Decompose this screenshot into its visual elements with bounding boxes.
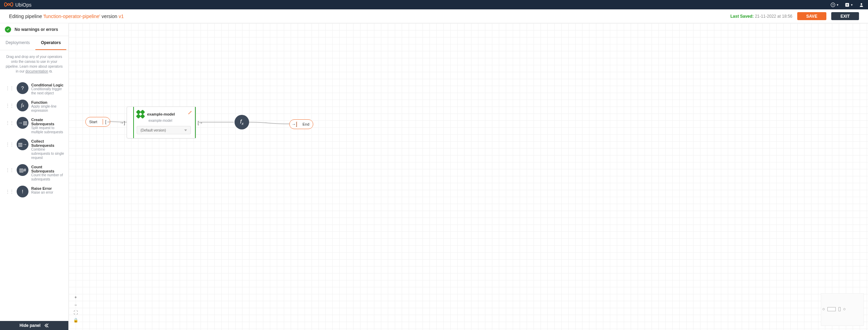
fx-icon: fx <box>17 100 28 111</box>
start-label: Start <box>86 120 101 124</box>
input-port-icon[interactable]: →] <box>120 120 125 125</box>
deployment-title: example-model <box>147 112 175 116</box>
collect-icon: ▥→ <box>17 138 28 150</box>
count-icon: ▥# <box>17 164 28 176</box>
save-button[interactable]: SAVE <box>797 12 826 20</box>
drag-handle-icon[interactable]: ⋮⋮ <box>6 142 14 147</box>
lock-button[interactable]: 🔒 <box>73 318 78 323</box>
zoom-in-button[interactable]: + <box>73 295 78 300</box>
error-icon: ! <box>17 186 28 197</box>
last-saved: Last Saved: 21-11-2022 at 18:56 <box>730 14 792 19</box>
operator-desc: Raise an error <box>31 191 65 195</box>
brand-mark-icon <box>4 2 13 8</box>
plus-square-icon <box>845 2 850 7</box>
last-saved-time: 21-11-2022 at 18:56 <box>755 14 792 19</box>
operator-list: ⋮⋮ ? Conditional Logic Conditionally tri… <box>0 78 68 321</box>
pipeline-canvas[interactable]: Start [→ →] example-model example-model … <box>69 23 868 330</box>
start-node[interactable]: Start [→ <box>85 117 110 127</box>
operator-title: Raise Error <box>31 186 65 191</box>
svg-point-3 <box>861 3 862 5</box>
canvas-tools: + − ⛶ 🔒 <box>73 295 78 323</box>
operator-count-subrequests[interactable]: ⋮⋮ ▥# Count Subrequests Count the number… <box>0 162 68 184</box>
status-ok-icon <box>5 26 11 33</box>
operator-collect-subrequests[interactable]: ⋮⋮ ▥→ Collect Subrequests Combine subreq… <box>0 136 68 162</box>
input-port-icon[interactable]: →] <box>290 122 295 127</box>
squares-icon <box>137 110 144 118</box>
operator-desc: Conditionally trigger the next object <box>31 87 65 95</box>
deployment-node-example-model[interactable]: →] example-model example-model (Default … <box>127 107 196 138</box>
status-text: No warnings or errors <box>15 27 58 32</box>
last-saved-label: Last Saved: <box>730 14 754 19</box>
zoom-out-button[interactable]: − <box>73 302 78 308</box>
header-actions: Last Saved: 21-11-2022 at 18:56 SAVE EXI… <box>730 12 859 20</box>
help-menu[interactable]: ? ▾ <box>831 2 839 7</box>
topbar: UbiOps ? ▾ ▾ <box>0 0 868 9</box>
brand-name: UbiOps <box>15 2 32 8</box>
operator-create-subrequests[interactable]: ⋮⋮ →▥ Create Subrequests Split request t… <box>0 115 68 136</box>
svg-text:?: ? <box>832 3 834 6</box>
operator-desc: Combine subrequests to single request <box>31 147 65 160</box>
minimap[interactable] <box>821 293 864 326</box>
operator-title: Count Subrequests <box>31 165 65 173</box>
sidebar-helptext: Drag and drop any of your operators onto… <box>0 50 68 78</box>
version-select-value: (Default version) <box>141 128 166 132</box>
add-menu[interactable]: ▾ <box>845 2 853 7</box>
brand-logo[interactable]: UbiOps <box>4 2 32 8</box>
help-icon: ? <box>831 2 835 7</box>
drag-handle-icon[interactable]: ⋮⋮ <box>6 103 14 108</box>
drag-handle-icon[interactable]: ⋮⋮ <box>6 168 14 172</box>
fit-view-button[interactable]: ⛶ <box>73 310 78 315</box>
edit-icon[interactable] <box>188 110 192 116</box>
operator-title: Function <box>31 100 65 104</box>
user-icon <box>859 2 864 7</box>
chevron-down-icon: ▾ <box>851 3 853 7</box>
chevron-double-left-icon <box>44 323 49 328</box>
output-port-icon[interactable]: [→ <box>198 120 203 125</box>
editor-header: Editing pipeline 'function-operator-pipe… <box>0 9 868 23</box>
topbar-right: ? ▾ ▾ <box>831 2 864 7</box>
exit-button[interactable]: EXIT <box>831 12 859 20</box>
external-link-icon: ⧉ <box>49 69 52 73</box>
drag-handle-icon[interactable]: ⋮⋮ <box>6 189 14 194</box>
tab-deployments[interactable]: Deployments <box>0 36 35 50</box>
status-row: No warnings or errors <box>0 23 68 36</box>
sidebar-tabs: Deployments Operators <box>0 36 68 50</box>
minimap-content <box>823 307 862 312</box>
hide-panel-button[interactable]: Hide panel <box>0 321 68 330</box>
operator-title: Collect Subrequests <box>31 139 65 147</box>
output-port-icon[interactable]: [→ <box>105 119 110 124</box>
pipeline-name: 'function-operator-pipeline' <box>43 14 100 19</box>
operator-desc: Split request to multiple subrequests <box>31 126 65 134</box>
end-label: End <box>299 122 313 126</box>
version-label: version <box>100 14 119 19</box>
question-icon: ? <box>17 82 28 94</box>
operator-title: Conditional Logic <box>31 83 65 87</box>
connections <box>69 23 868 330</box>
deployment-subtitle: example-model <box>127 119 196 125</box>
drag-handle-icon[interactable]: ⋮⋮ <box>6 120 14 125</box>
account-menu[interactable] <box>859 2 864 7</box>
function-operator-node[interactable]: fx <box>235 115 249 129</box>
operator-conditional-logic[interactable]: ⋮⋮ ? Conditional Logic Conditionally tri… <box>0 80 68 98</box>
version-select[interactable]: (Default version) <box>137 126 191 134</box>
hide-panel-label: Hide panel <box>19 323 41 328</box>
operator-desc: Count the number of subrequests <box>31 173 65 181</box>
end-node[interactable]: →] End <box>289 119 313 129</box>
sidebar: No warnings or errors Deployments Operat… <box>0 23 69 330</box>
chevron-down-icon: ▾ <box>837 3 839 7</box>
split-icon: →▥ <box>17 117 28 129</box>
title-prefix: Editing pipeline <box>9 14 43 19</box>
main: No warnings or errors Deployments Operat… <box>0 23 868 330</box>
documentation-link[interactable]: documentation <box>25 69 48 73</box>
operator-function[interactable]: ⋮⋮ fx Function Apply single-line express… <box>0 98 68 115</box>
operator-desc: Apply single-line expression <box>31 104 65 113</box>
drag-handle-icon[interactable]: ⋮⋮ <box>6 86 14 91</box>
version-name: v1 <box>119 14 124 19</box>
fx-icon: fx <box>240 119 244 126</box>
operator-raise-error[interactable]: ⋮⋮ ! Raise Error Raise an error <box>0 184 68 200</box>
operator-title: Create Subrequests <box>31 118 65 126</box>
tab-operators[interactable]: Operators <box>35 36 66 50</box>
page-title: Editing pipeline 'function-operator-pipe… <box>9 14 124 19</box>
